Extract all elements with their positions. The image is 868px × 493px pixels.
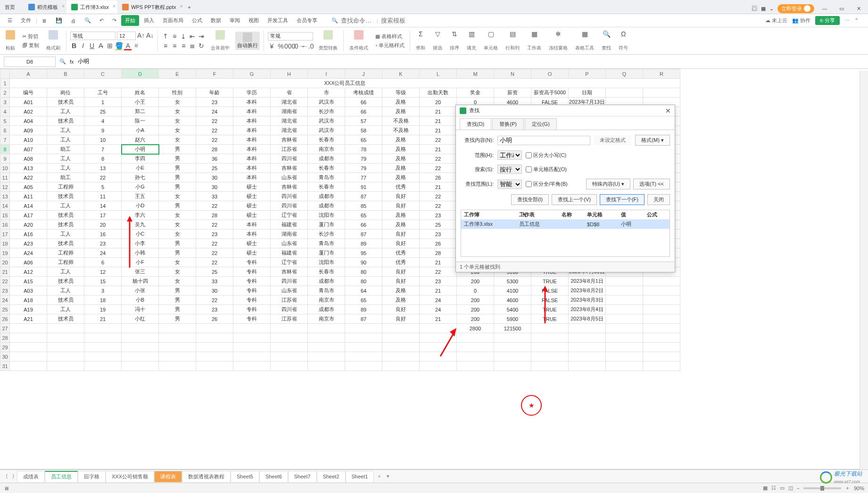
add-tab[interactable]: ＋ — [184, 0, 198, 14]
sheet-tab[interactable]: Sheet2 — [317, 471, 346, 482]
cell[interactable]: 90 — [345, 258, 382, 267]
border-icon[interactable]: ⊞ — [106, 42, 114, 49]
type-convert-icon[interactable] — [323, 30, 333, 40]
cell[interactable]: 专科 — [233, 267, 271, 277]
row-header[interactable]: 12 — [0, 182, 10, 192]
qat-print-icon[interactable]: 🖨 — [67, 16, 80, 25]
cell[interactable]: A10 — [10, 135, 47, 145]
cell[interactable]: 沈阳市 — [308, 211, 345, 220]
cell[interactable]: 21 — [420, 258, 457, 267]
row-header[interactable]: 17 — [0, 230, 10, 239]
cell[interactable]: 23 — [196, 98, 233, 107]
align-right-icon[interactable]: ≡ — [180, 42, 187, 49]
row-header[interactable]: 21 — [0, 267, 10, 277]
cell[interactable]: 硕士 — [233, 182, 271, 192]
row-header[interactable]: 29 — [0, 343, 10, 352]
cell[interactable]: 22 — [196, 126, 233, 135]
cell[interactable]: 87 — [345, 314, 382, 324]
header-cell[interactable]: 奖金 — [457, 88, 494, 98]
cell[interactable]: 青岛市 — [308, 286, 345, 296]
sheet-next-icon[interactable]: ⟩ — [10, 473, 16, 479]
cell[interactable]: 21 — [420, 145, 457, 154]
minimize-button[interactable]: ― — [818, 3, 831, 14]
cell[interactable] — [159, 324, 196, 333]
autowrap-button[interactable]: 自动换行 — [235, 32, 260, 50]
cell[interactable]: 长沙市 — [308, 230, 345, 239]
cell[interactable]: 成都市 — [308, 305, 345, 314]
cell[interactable]: 工人 — [47, 286, 84, 296]
cell[interactable]: 不及格 — [382, 126, 420, 135]
cell[interactable]: 女 — [159, 211, 196, 220]
cell[interactable]: A13 — [10, 164, 47, 173]
font-color-icon[interactable]: A — [124, 43, 132, 50]
cell[interactable]: A06 — [10, 258, 47, 267]
cell[interactable]: 专科 — [233, 305, 271, 314]
italic-icon[interactable]: I — [79, 42, 87, 49]
cell[interactable]: 李六 — [122, 211, 159, 220]
cell[interactable]: 121500 — [494, 324, 531, 333]
cell[interactable]: A24 — [10, 248, 47, 258]
cell[interactable]: 22 — [420, 201, 457, 211]
cell[interactable]: 男 — [159, 145, 196, 154]
cell[interactable]: 30 — [196, 286, 233, 296]
cell[interactable]: 23 — [420, 277, 457, 286]
cell[interactable] — [569, 324, 606, 333]
cell[interactable]: 22 — [420, 164, 457, 173]
cloud-status[interactable]: ☁ 未上云 — [765, 17, 787, 24]
close-window-button[interactable]: ✕ — [852, 3, 865, 14]
side-panel-collapsed[interactable] — [860, 71, 868, 469]
cell[interactable]: 24 — [420, 296, 457, 305]
col-header[interactable]: Q — [606, 69, 643, 79]
currency-icon[interactable]: ¥ — [268, 42, 275, 50]
find-prev-button[interactable]: 查找上一个(V) — [552, 194, 597, 205]
tab-member[interactable]: 会员专享 — [293, 15, 321, 26]
row-header[interactable]: 3 — [0, 98, 10, 107]
cell[interactable]: 本科 — [233, 116, 271, 126]
cell[interactable]: 57 — [345, 116, 382, 126]
cell[interactable]: 硕士 — [233, 239, 271, 248]
dialog-tab-find[interactable]: 查找(D) — [460, 118, 491, 130]
cell[interactable]: 女 — [159, 258, 196, 267]
cell[interactable]: 33 — [196, 192, 233, 201]
cell[interactable]: 青岛市 — [308, 239, 345, 248]
cell[interactable]: A22 — [10, 173, 47, 182]
cell[interactable]: 王五 — [122, 192, 159, 201]
cell[interactable]: 武汉市 — [308, 126, 345, 135]
cell[interactable]: 小韩 — [122, 248, 159, 258]
layout-icon[interactable]: ⿴ — [752, 6, 757, 11]
header-cell[interactable]: 省 — [271, 88, 308, 98]
cell[interactable]: 本科 — [233, 145, 271, 154]
cell[interactable]: 工人 — [47, 126, 84, 135]
cell[interactable]: 冯十 — [122, 305, 159, 314]
find-results[interactable]: 工作簿 工作表 名称 单元格 值 公式 工作簿3.xlsx员工信息 $D$8小明 — [461, 210, 670, 257]
cell[interactable]: 良好 — [382, 305, 420, 314]
cell[interactable]: 小C — [122, 230, 159, 239]
cell[interactable]: 及格 — [382, 154, 420, 164]
row-header[interactable]: 13 — [0, 192, 10, 201]
row-header[interactable]: 30 — [0, 352, 10, 362]
qat-save-icon[interactable]: 💾 — [52, 16, 66, 25]
cell[interactable]: 陈一 — [122, 116, 159, 126]
header-cell[interactable]: 性别 — [159, 88, 196, 98]
sheet-add-icon[interactable]: ＋ — [375, 473, 384, 480]
cell[interactable]: A12 — [10, 267, 47, 277]
cell[interactable]: 及格 — [382, 145, 420, 154]
cell[interactable]: 良好 — [382, 201, 420, 211]
col-header[interactable]: B — [47, 69, 84, 79]
cell[interactable]: 及格 — [382, 286, 420, 296]
row-header[interactable]: 23 — [0, 286, 10, 296]
cell[interactable]: 江苏省 — [271, 145, 308, 154]
cell[interactable]: 女 — [159, 277, 196, 286]
cell[interactable]: 男 — [159, 286, 196, 296]
cell[interactable]: 23 — [196, 230, 233, 239]
cell[interactable]: 21 — [420, 182, 457, 192]
tab-view[interactable]: 视图 — [245, 15, 263, 26]
cell[interactable]: A16 — [10, 230, 47, 239]
range-select[interactable]: 工作表 — [497, 150, 522, 160]
cell[interactable]: 成都市 — [308, 201, 345, 211]
cell[interactable]: A03 — [10, 286, 47, 296]
cell[interactable]: 本科 — [233, 98, 271, 107]
align-left-icon[interactable]: ≡ — [162, 42, 169, 49]
cell[interactable]: 长春市 — [308, 135, 345, 145]
sheet-tab[interactable]: Sheet6 — [259, 471, 288, 482]
